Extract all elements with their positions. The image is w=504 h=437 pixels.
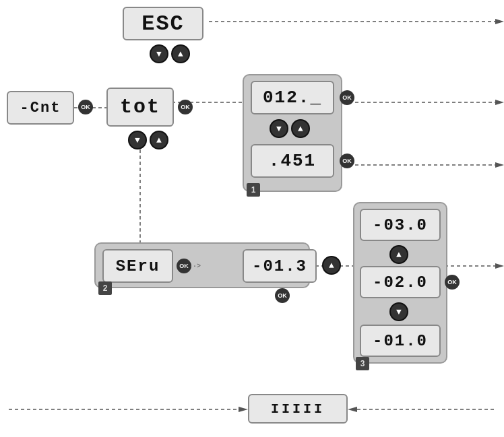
svg-marker-14 xyxy=(239,407,248,412)
cnt-display: -Cnt xyxy=(7,91,74,125)
tot-up-arrow[interactable]: ▲ xyxy=(150,131,168,149)
bars-display: IIIII xyxy=(248,394,348,424)
svg-marker-5 xyxy=(495,100,504,105)
ok-val1-top[interactable]: OK xyxy=(340,90,354,105)
ok-tot-val1[interactable]: OK xyxy=(178,100,193,114)
val2-display: -01.3 xyxy=(243,249,317,283)
badge-3: 3 xyxy=(356,357,369,370)
svg-marker-7 xyxy=(495,162,504,168)
val3-top-display: -03.0 xyxy=(360,209,441,241)
val1-bot-display: .451 xyxy=(251,144,334,178)
ok-cnt-tot[interactable]: OK xyxy=(78,100,93,114)
val2-right-up-arrow[interactable]: ▲ xyxy=(322,256,341,275)
ok-val2-down[interactable]: OK xyxy=(275,288,290,303)
val3-mid-display: -02.0 xyxy=(360,266,441,298)
ok-val3-mid[interactable]: OK xyxy=(445,275,460,290)
tot-down-arrow[interactable]: ▼ xyxy=(128,131,147,149)
svg-marker-16 xyxy=(348,407,357,412)
seru-display: SEru xyxy=(102,249,173,283)
esc-up-arrow[interactable]: ▲ xyxy=(171,44,190,63)
svg-marker-1 xyxy=(495,19,504,24)
val1-top-display: 012._ xyxy=(251,81,334,114)
svg-marker-12 xyxy=(495,263,504,269)
val1-down-arrow[interactable]: ▼ xyxy=(270,119,288,138)
val3-bot-display: -01.0 xyxy=(360,325,441,357)
val3-up-arrow[interactable]: ▲ xyxy=(389,245,408,264)
badge-1: 1 xyxy=(247,183,260,197)
val3-down-arrow[interactable]: ▼ xyxy=(389,302,408,321)
badge-2: 2 xyxy=(98,281,112,295)
val1-up-arrow[interactable]: ▲ xyxy=(291,119,310,138)
ok-val1-bot[interactable]: OK xyxy=(340,154,354,168)
tot-display: tot xyxy=(106,88,174,127)
esc-display: ESC xyxy=(123,7,203,40)
esc-down-arrow[interactable]: ▼ xyxy=(150,44,168,63)
